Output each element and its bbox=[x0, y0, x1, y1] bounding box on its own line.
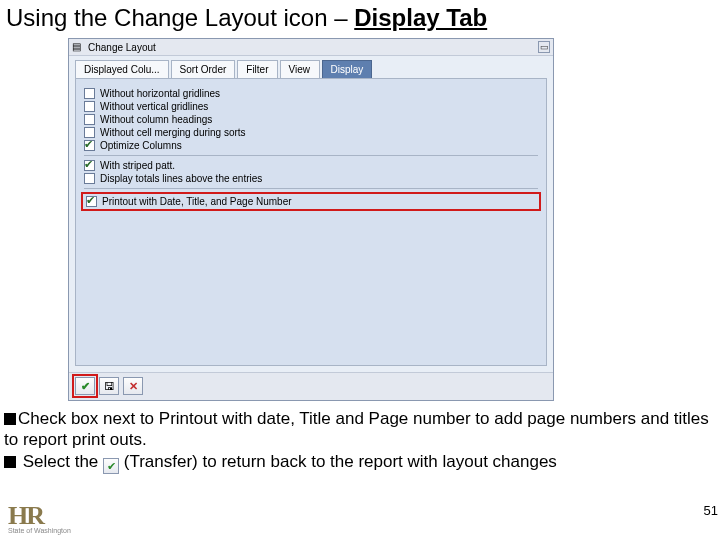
footer-logo: HR State of Washington bbox=[8, 501, 71, 534]
option-label: Without cell merging during sorts bbox=[100, 127, 246, 138]
cancel-button[interactable]: ✕ bbox=[123, 377, 143, 395]
save-icon: 🖫 bbox=[104, 380, 115, 392]
divider bbox=[84, 188, 538, 189]
display-tab-pane: Without horizontal gridlines Without ver… bbox=[75, 78, 547, 366]
change-layout-dialog: ▤ Change Layout ▭ Displayed Colu... Sort… bbox=[68, 38, 554, 401]
option-optimize-columns[interactable]: Optimize Columns bbox=[84, 139, 538, 152]
bullet-icon bbox=[4, 456, 16, 468]
checkbox-icon[interactable] bbox=[84, 173, 95, 184]
instruction-2-text-b: (Transfer) to return back to the report … bbox=[124, 452, 557, 471]
instruction-2-text-a: Select the bbox=[18, 452, 103, 471]
checkbox-icon[interactable] bbox=[84, 160, 95, 171]
tab-displayed-columns[interactable]: Displayed Colu... bbox=[75, 60, 169, 78]
option-without-vertical-gridlines[interactable]: Without vertical gridlines bbox=[84, 100, 538, 113]
tabstrip: Displayed Colu... Sort Order Filter View… bbox=[69, 56, 553, 78]
option-label: With striped patt. bbox=[100, 160, 175, 171]
divider bbox=[84, 155, 538, 156]
instruction-1: Check box next to Printout with date, Ti… bbox=[4, 408, 716, 451]
dialog-icon: ▤ bbox=[72, 41, 84, 53]
check-icon: ✔ bbox=[81, 380, 90, 392]
save-layout-button[interactable]: 🖫 bbox=[99, 377, 119, 395]
logo-subtext: State of Washington bbox=[8, 527, 71, 534]
option-without-horizontal-gridlines[interactable]: Without horizontal gridlines bbox=[84, 87, 538, 100]
tab-sort-order[interactable]: Sort Order bbox=[171, 60, 236, 78]
slide-title-prefix: Using the Change Layout icon – bbox=[6, 4, 354, 31]
instructions-block: Check box next to Printout with date, Ti… bbox=[4, 408, 716, 474]
instruction-1-text: Check box next to Printout with date, Ti… bbox=[4, 409, 709, 449]
option-label: Without vertical gridlines bbox=[100, 101, 208, 112]
page-number: 51 bbox=[704, 503, 718, 518]
checkbox-icon[interactable] bbox=[84, 88, 95, 99]
option-totals-above-entries[interactable]: Display totals lines above the entries bbox=[84, 172, 538, 185]
checkbox-icon[interactable] bbox=[84, 114, 95, 125]
dialog-button-bar: ✔ 🖫 ✕ bbox=[69, 372, 553, 400]
option-striped-pattern[interactable]: With striped patt. bbox=[84, 159, 538, 172]
dialog-titlebar: ▤ Change Layout ▭ bbox=[69, 39, 553, 56]
transfer-icon: ✔ bbox=[103, 458, 119, 474]
slide-title: Using the Change Layout icon – Display T… bbox=[0, 0, 720, 40]
checkbox-icon[interactable] bbox=[84, 140, 95, 151]
option-without-cell-merging[interactable]: Without cell merging during sorts bbox=[84, 126, 538, 139]
option-printout-date-title-page[interactable]: Printout with Date, Title, and Page Numb… bbox=[86, 195, 536, 208]
close-icon: ✕ bbox=[129, 380, 138, 392]
bullet-icon bbox=[4, 413, 16, 425]
option-label: Optimize Columns bbox=[100, 140, 182, 151]
highlighted-option-printout: Printout with Date, Title, and Page Numb… bbox=[81, 192, 541, 211]
checkbox-icon[interactable] bbox=[86, 196, 97, 207]
option-label: Without horizontal gridlines bbox=[100, 88, 220, 99]
option-label: Display totals lines above the entries bbox=[100, 173, 262, 184]
option-label: Printout with Date, Title, and Page Numb… bbox=[102, 196, 292, 207]
tab-display[interactable]: Display bbox=[322, 60, 373, 78]
option-label: Without column headings bbox=[100, 114, 212, 125]
tab-filter[interactable]: Filter bbox=[237, 60, 277, 78]
checkbox-icon[interactable] bbox=[84, 101, 95, 112]
checkbox-icon[interactable] bbox=[84, 127, 95, 138]
option-without-column-headings[interactable]: Without column headings bbox=[84, 113, 538, 126]
slide-title-emph: Display Tab bbox=[354, 4, 487, 31]
transfer-button[interactable]: ✔ bbox=[75, 377, 95, 395]
dialog-close-button[interactable]: ▭ bbox=[538, 41, 550, 53]
dialog-title: Change Layout bbox=[88, 42, 156, 53]
tab-view[interactable]: View bbox=[280, 60, 320, 78]
instruction-2: Select the ✔ (Transfer) to return back t… bbox=[4, 451, 716, 474]
